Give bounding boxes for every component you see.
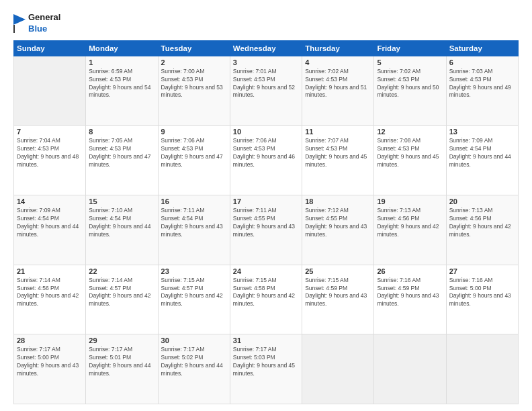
calendar-cell [302, 334, 374, 404]
day-info: Sunrise: 7:14 AMSunset: 4:57 PMDaylight:… [89, 277, 154, 309]
day-info: Sunrise: 7:02 AMSunset: 4:53 PMDaylight:… [305, 68, 371, 100]
day-info: Sunrise: 7:01 AMSunset: 4:53 PMDaylight:… [233, 68, 299, 100]
day-info: Sunrise: 7:17 AMSunset: 5:02 PMDaylight:… [161, 346, 227, 378]
day-number: 12 [377, 128, 443, 136]
day-info: Sunrise: 6:59 AMSunset: 4:53 PMDaylight:… [89, 68, 154, 100]
calendar-cell: 13Sunrise: 7:09 AMSunset: 4:54 PMDayligh… [446, 126, 518, 195]
weekday-header-monday: Monday [86, 40, 158, 56]
svg-rect-1 [13, 25, 15, 33]
day-number: 3 [233, 58, 299, 66]
day-info: Sunrise: 7:15 AMSunset: 4:59 PMDaylight:… [305, 277, 371, 309]
week-row-5: 28Sunrise: 7:17 AMSunset: 5:00 PMDayligh… [14, 334, 519, 404]
weekday-header-friday: Friday [374, 40, 446, 56]
day-info: Sunrise: 7:13 AMSunset: 4:56 PMDaylight:… [449, 207, 515, 239]
calendar-cell: 10Sunrise: 7:06 AMSunset: 4:53 PMDayligh… [230, 126, 302, 195]
day-number: 27 [449, 267, 515, 275]
calendar-cell: 20Sunrise: 7:13 AMSunset: 4:56 PMDayligh… [446, 195, 518, 265]
day-number: 15 [89, 197, 154, 205]
day-info: Sunrise: 7:11 AMSunset: 4:54 PMDaylight:… [161, 207, 227, 239]
calendar-cell: 11Sunrise: 7:07 AMSunset: 4:53 PMDayligh… [302, 126, 374, 195]
logo: General Blue [13, 12, 60, 35]
calendar-cell: 18Sunrise: 7:12 AMSunset: 4:55 PMDayligh… [302, 195, 374, 265]
calendar-cell: 4Sunrise: 7:02 AMSunset: 4:53 PMDaylight… [302, 56, 374, 126]
day-number: 30 [161, 336, 227, 345]
day-number: 11 [305, 128, 371, 136]
calendar-cell: 7Sunrise: 7:04 AMSunset: 4:53 PMDaylight… [14, 126, 86, 195]
calendar-cell: 2Sunrise: 7:00 AMSunset: 4:53 PMDaylight… [158, 56, 230, 126]
calendar-cell: 30Sunrise: 7:17 AMSunset: 5:02 PMDayligh… [158, 334, 230, 404]
day-info: Sunrise: 7:04 AMSunset: 4:53 PMDaylight:… [17, 137, 83, 169]
day-number: 8 [89, 128, 154, 136]
calendar-cell [14, 56, 86, 126]
week-row-3: 14Sunrise: 7:09 AMSunset: 4:54 PMDayligh… [14, 195, 519, 265]
day-number: 5 [377, 58, 443, 66]
calendar-cell: 15Sunrise: 7:10 AMSunset: 4:54 PMDayligh… [86, 195, 158, 265]
calendar-cell: 21Sunrise: 7:14 AMSunset: 4:56 PMDayligh… [14, 265, 86, 334]
calendar-cell: 19Sunrise: 7:13 AMSunset: 4:56 PMDayligh… [374, 195, 446, 265]
day-info: Sunrise: 7:05 AMSunset: 4:53 PMDaylight:… [89, 137, 154, 169]
logo-blue: Blue [28, 24, 60, 35]
day-info: Sunrise: 7:09 AMSunset: 4:54 PMDaylight:… [449, 137, 515, 169]
calendar-cell: 22Sunrise: 7:14 AMSunset: 4:57 PMDayligh… [86, 265, 158, 334]
day-info: Sunrise: 7:08 AMSunset: 4:53 PMDaylight:… [377, 137, 443, 169]
day-number: 9 [161, 128, 227, 136]
calendar-cell: 9Sunrise: 7:06 AMSunset: 4:53 PMDaylight… [158, 126, 230, 195]
day-info: Sunrise: 7:14 AMSunset: 4:56 PMDaylight:… [17, 277, 83, 309]
weekday-header-row: SundayMondayTuesdayWednesdayThursdayFrid… [14, 40, 519, 56]
calendar-cell [374, 334, 446, 404]
calendar-cell: 29Sunrise: 7:17 AMSunset: 5:01 PMDayligh… [86, 334, 158, 404]
week-row-2: 7Sunrise: 7:04 AMSunset: 4:53 PMDaylight… [14, 126, 519, 195]
weekday-header-saturday: Saturday [446, 40, 518, 56]
day-info: Sunrise: 7:17 AMSunset: 5:00 PMDaylight:… [17, 346, 83, 378]
weekday-header-sunday: Sunday [14, 40, 86, 56]
calendar-cell: 3Sunrise: 7:01 AMSunset: 4:53 PMDaylight… [230, 56, 302, 126]
weekday-header-wednesday: Wednesday [230, 40, 302, 56]
day-info: Sunrise: 7:16 AMSunset: 4:59 PMDaylight:… [377, 277, 443, 309]
day-number: 21 [17, 267, 83, 275]
day-number: 29 [89, 336, 154, 345]
day-info: Sunrise: 7:15 AMSunset: 4:58 PMDaylight:… [233, 277, 299, 309]
calendar-cell: 25Sunrise: 7:15 AMSunset: 4:59 PMDayligh… [302, 265, 374, 334]
day-number: 6 [449, 58, 515, 66]
day-info: Sunrise: 7:13 AMSunset: 4:56 PMDaylight:… [377, 207, 443, 239]
day-number: 25 [305, 267, 371, 275]
day-number: 1 [89, 58, 154, 66]
weekday-header-tuesday: Tuesday [158, 40, 230, 56]
day-info: Sunrise: 7:02 AMSunset: 4:53 PMDaylight:… [377, 68, 443, 100]
day-info: Sunrise: 7:16 AMSunset: 5:00 PMDaylight:… [449, 277, 515, 309]
day-info: Sunrise: 7:09 AMSunset: 4:54 PMDaylight:… [17, 207, 83, 239]
day-number: 20 [449, 197, 515, 205]
day-number: 26 [377, 267, 443, 275]
logo-general: General [28, 12, 60, 24]
svg-marker-0 [13, 14, 26, 25]
calendar-cell: 6Sunrise: 7:03 AMSunset: 4:53 PMDaylight… [446, 56, 518, 126]
calendar-cell: 5Sunrise: 7:02 AMSunset: 4:53 PMDaylight… [374, 56, 446, 126]
day-info: Sunrise: 7:03 AMSunset: 4:53 PMDaylight:… [449, 68, 515, 100]
calendar-cell: 26Sunrise: 7:16 AMSunset: 4:59 PMDayligh… [374, 265, 446, 334]
day-info: Sunrise: 7:15 AMSunset: 4:57 PMDaylight:… [161, 277, 227, 309]
calendar-cell: 16Sunrise: 7:11 AMSunset: 4:54 PMDayligh… [158, 195, 230, 265]
day-info: Sunrise: 7:10 AMSunset: 4:54 PMDaylight:… [89, 207, 154, 239]
calendar-cell: 1Sunrise: 6:59 AMSunset: 4:53 PMDaylight… [86, 56, 158, 126]
day-info: Sunrise: 7:06 AMSunset: 4:53 PMDaylight:… [233, 137, 299, 169]
calendar-cell: 27Sunrise: 7:16 AMSunset: 5:00 PMDayligh… [446, 265, 518, 334]
calendar-cell: 24Sunrise: 7:15 AMSunset: 4:58 PMDayligh… [230, 265, 302, 334]
day-number: 14 [17, 197, 83, 205]
day-info: Sunrise: 7:11 AMSunset: 4:55 PMDaylight:… [233, 207, 299, 239]
day-number: 31 [233, 336, 299, 345]
day-number: 16 [161, 197, 227, 205]
day-number: 23 [161, 267, 227, 275]
day-number: 17 [233, 197, 299, 205]
day-info: Sunrise: 7:00 AMSunset: 4:53 PMDaylight:… [161, 68, 227, 100]
week-row-4: 21Sunrise: 7:14 AMSunset: 4:56 PMDayligh… [14, 265, 519, 334]
day-number: 22 [89, 267, 154, 275]
calendar-cell: 28Sunrise: 7:17 AMSunset: 5:00 PMDayligh… [14, 334, 86, 404]
day-number: 2 [161, 58, 227, 66]
day-number: 24 [233, 267, 299, 275]
header: General Blue [13, 12, 519, 35]
logo-flag-icon [13, 14, 26, 33]
calendar-cell: 23Sunrise: 7:15 AMSunset: 4:57 PMDayligh… [158, 265, 230, 334]
calendar-cell: 14Sunrise: 7:09 AMSunset: 4:54 PMDayligh… [14, 195, 86, 265]
day-number: 7 [17, 128, 83, 136]
day-number: 13 [449, 128, 515, 136]
